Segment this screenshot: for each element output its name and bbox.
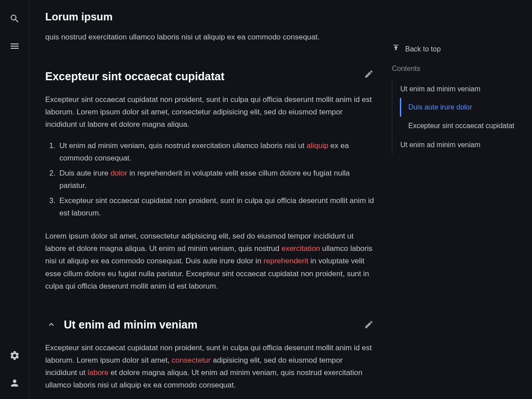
link-labore[interactable]: labore [87,368,108,377]
menu-icon[interactable] [7,38,23,54]
toc-list: Ut enim ad minim veniam Duis aute irure … [392,80,523,154]
page-title: Lorum ipsum [29,0,532,32]
toc-item[interactable]: Ut enim ad minim veniam [392,136,523,154]
section-heading-row: Ut enim ad minim veniam [45,316,375,334]
section-heading: Ut enim ad minim veniam [64,316,197,334]
section2-paragraph: Excepteur sint occaecat cupidatat non pr… [45,342,375,391]
content-row: elit, sed do eiusmod tempor incididunt u… [29,32,532,399]
section-heading: Excepteur sint occaecat cupidatat [45,67,224,86]
contents-label: Contents [392,63,523,74]
ordered-list: Ut enim ad minim veniam, quis nostrud ex… [45,140,375,219]
link-exercitation[interactable]: exercitation [282,244,320,253]
intro-paragraph-cutoff: elit, sed do eiusmod tempor incididunt u… [45,32,375,43]
toc-subitem-active[interactable]: Duis aute irure dolor [400,98,523,117]
edit-icon[interactable] [363,68,375,80]
table-of-contents: Back to top Contents Ut enim ad minim ve… [382,32,532,399]
account-icon[interactable] [7,375,23,391]
app-root: Lorum ipsum elit, sed do eiusmod tempor … [0,0,532,399]
main-column: Lorum ipsum elit, sed do eiusmod tempor … [29,0,532,399]
link-aliquip[interactable]: aliquip [306,141,328,150]
list-item: Duis aute irure dolor in reprehenderit i… [58,167,375,192]
back-to-top-icon [392,43,400,55]
section1-paragraph1: Excepteur sint occaecat cupidatat non pr… [45,94,375,131]
link-dolor[interactable]: dolor [110,169,127,177]
list-item: Excepteur sint occaecat cupidatat non pr… [58,195,375,219]
article-body: elit, sed do eiusmod tempor incididunt u… [45,32,382,399]
section-heading-row: Excepteur sint occaecat cupidatat [45,55,375,94]
back-to-top-label: Back to top [405,43,441,55]
toc-item[interactable]: Ut enim ad minim veniam Duis aute irure … [392,80,523,135]
chevron-up-icon[interactable] [45,318,58,331]
settings-icon[interactable] [7,348,23,364]
search-icon[interactable] [7,11,23,27]
section1-paragraph2: Lorem ipsum dolor sit amet, consectetur … [45,230,375,292]
left-rail [0,0,29,399]
edit-icon[interactable] [363,318,375,331]
toc-subitem[interactable]: Excepteur sint occaecat cupidatat [400,117,523,135]
back-to-top[interactable]: Back to top [392,43,523,55]
link-reprehenderit[interactable]: reprehenderit [263,257,308,265]
list-item: Ut enim ad minim veniam, quis nostrud ex… [58,140,375,164]
link-consectetur[interactable]: consectetur [172,356,211,364]
